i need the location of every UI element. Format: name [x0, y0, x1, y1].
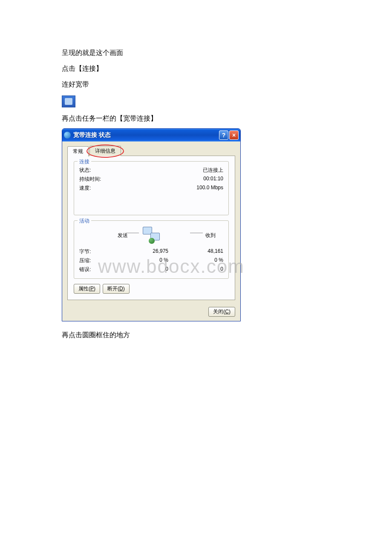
close-dialog-button[interactable]: 关闭(C) [208, 307, 235, 317]
disconnect-button[interactable]: 断开(D) [103, 284, 130, 294]
activity-group-title: 活动 [78, 217, 91, 225]
tab-details-label: 详细信息 [95, 148, 115, 154]
tab-details[interactable]: 详细信息 [89, 146, 121, 156]
dialog-title: 宽带连接 状态 [73, 131, 218, 139]
errors-label: 错误: [79, 266, 113, 273]
bytes-label: 字节: [79, 248, 113, 255]
speed-label: 速度: [79, 185, 91, 192]
errors-recv-value: 0 [168, 266, 223, 273]
dash-left-icon [126, 233, 139, 233]
activity-header: 发送 收到 [79, 225, 223, 248]
compress-recv-value: 0 % [168, 257, 223, 264]
tab-general[interactable]: 常规 [67, 146, 89, 156]
status-value: 已连接上 [203, 167, 223, 174]
help-button[interactable]: ? [219, 130, 228, 140]
errors-sent-value: 0 [113, 266, 168, 273]
speed-value: 100.0 Mbps [196, 185, 223, 192]
tabstrip: 常规 详细信息 [67, 146, 235, 156]
button-row: 属性(P) 断开(D) [74, 284, 229, 294]
doc-line-1: 呈现的就是这个画面 [62, 47, 392, 59]
duration-label: 持续时间: [79, 176, 101, 183]
duration-value: 00:01:10 [203, 176, 223, 183]
properties-button[interactable]: 属性(P) [74, 284, 100, 294]
dialog-body: 常规 详细信息 连接 状态: 已连接上 持续时间: 00:01:10 速度: [62, 142, 240, 304]
network-monitors-icon [143, 227, 160, 244]
bytes-sent-value: 26,975 [113, 248, 168, 255]
compress-label: 压缩: [79, 257, 113, 264]
globe-icon [64, 132, 71, 139]
tab-panel-general: 连接 状态: 已连接上 持续时间: 00:01:10 速度: 100.0 Mbp… [67, 156, 235, 300]
doc-line-2: 点击【连接】 [62, 63, 392, 75]
taskbar-connection-icon[interactable] [62, 95, 75, 107]
received-label: 收到 [205, 232, 216, 239]
titlebar[interactable]: 宽带连接 状态 ? × [62, 129, 240, 142]
doc-line-3: 连好宽带 [62, 78, 392, 91]
connection-status-dialog: 宽带连接 状态 ? × 常规 详细信息 连接 状态: 已连接上 持续时间: 00… [62, 128, 241, 321]
doc-line-4: 再点击任务一栏的【宽带连接】 [62, 113, 392, 125]
activity-group: 活动 发送 收到 字节: 26,975 48,161 [74, 220, 229, 279]
close-button[interactable]: × [229, 130, 239, 140]
dialog-footer: 关闭(C) [62, 304, 240, 321]
connection-group-title: 连接 [78, 158, 91, 165]
compress-sent-value: 0 % [113, 257, 168, 264]
dash-right-icon [190, 233, 203, 233]
bytes-recv-value: 48,161 [168, 248, 223, 255]
doc-line-5: 再点击圆圈框住的地方 [62, 329, 392, 341]
connection-group: 连接 状态: 已连接上 持续时间: 00:01:10 速度: 100.0 Mbp… [74, 161, 229, 215]
status-label: 状态: [79, 167, 91, 174]
